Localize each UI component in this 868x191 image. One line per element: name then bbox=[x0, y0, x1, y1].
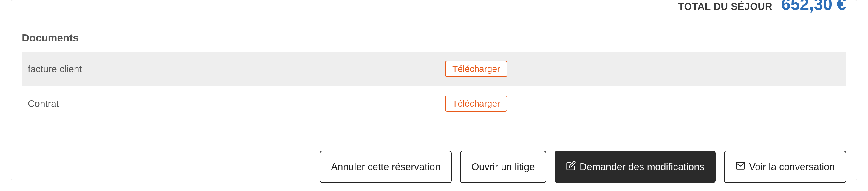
total-label: TOTAL DU SÉJOUR bbox=[678, 1, 772, 12]
document-row: Contrat Télécharger bbox=[22, 86, 846, 121]
view-conversation-button[interactable]: Voir la conversation bbox=[724, 151, 846, 183]
edit-icon bbox=[566, 161, 576, 173]
document-name: facture client bbox=[28, 63, 445, 75]
reservation-card: TOTAL DU SÉJOUR 652,30 € Documents factu… bbox=[11, 0, 857, 180]
document-row: facture client Télécharger bbox=[22, 52, 846, 86]
download-button[interactable]: Télécharger bbox=[445, 96, 507, 112]
button-label: Voir la conversation bbox=[749, 161, 835, 172]
open-dispute-button[interactable]: Ouvrir un litige bbox=[460, 151, 546, 183]
mail-icon bbox=[735, 161, 745, 173]
button-label: Annuler cette réservation bbox=[331, 161, 440, 172]
action-bar: Annuler cette réservation Ouvrir un liti… bbox=[22, 151, 846, 183]
total-row: TOTAL DU SÉJOUR 652,30 € bbox=[678, 0, 846, 14]
total-amount: 652,30 € bbox=[781, 0, 846, 14]
cancel-reservation-button[interactable]: Annuler cette réservation bbox=[320, 151, 452, 183]
button-label: Ouvrir un litige bbox=[471, 161, 535, 172]
request-modifications-button[interactable]: Demander des modifications bbox=[555, 151, 716, 183]
button-label: Demander des modifications bbox=[580, 161, 704, 172]
download-button[interactable]: Télécharger bbox=[445, 61, 507, 77]
document-name: Contrat bbox=[28, 98, 445, 109]
documents-heading: Documents bbox=[22, 32, 846, 44]
